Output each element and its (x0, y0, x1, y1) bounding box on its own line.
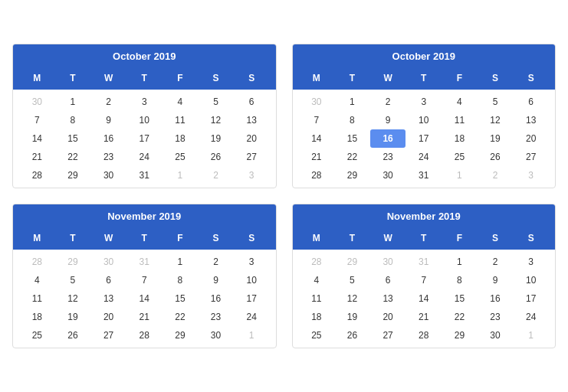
calendar-day[interactable]: 19 (334, 308, 370, 326)
calendar-day[interactable]: 27 (370, 326, 406, 345)
calendar-day[interactable]: 23 (370, 148, 406, 166)
calendar-day[interactable]: 3 (513, 166, 549, 185)
calendar-day[interactable]: 12 (198, 111, 234, 129)
calendar-day[interactable]: 3 (234, 166, 270, 185)
calendar-day[interactable]: 13 (370, 289, 406, 308)
calendar-day[interactable]: 1 (163, 166, 199, 185)
calendar-day[interactable]: 27 (90, 326, 126, 345)
calendar-day[interactable]: 9 (370, 111, 406, 129)
calendar-day[interactable]: 22 (442, 308, 478, 326)
calendar-day[interactable]: 28 (19, 253, 55, 271)
calendar-day[interactable]: 15 (442, 289, 478, 308)
calendar-day[interactable]: 4 (19, 271, 55, 289)
calendar-day[interactable]: 11 (442, 111, 478, 129)
calendar-day[interactable]: 28 (405, 326, 442, 345)
calendar-day[interactable]: 2 (370, 93, 406, 111)
calendar-day[interactable]: 21 (299, 148, 335, 166)
calendar-day[interactable]: 30 (478, 326, 514, 345)
calendar-day[interactable]: 16 (370, 129, 406, 148)
calendar-day[interactable]: 9 (478, 271, 514, 289)
calendar-day[interactable]: 26 (478, 148, 514, 166)
calendar-day[interactable]: 1 (513, 326, 549, 345)
calendar-day[interactable]: 15 (163, 289, 199, 308)
calendar-day[interactable]: 3 (234, 253, 270, 271)
calendar-day[interactable]: 20 (513, 129, 549, 148)
calendar-day[interactable]: 18 (163, 129, 199, 148)
calendar-day[interactable]: 13 (90, 289, 126, 308)
calendar-day[interactable]: 10 (126, 111, 163, 129)
calendar-day[interactable]: 21 (405, 308, 442, 326)
calendar-day[interactable]: 12 (55, 289, 91, 308)
calendar-day[interactable]: 11 (163, 111, 199, 129)
calendar-day[interactable]: 14 (19, 129, 55, 148)
calendar-day[interactable]: 4 (163, 93, 199, 111)
calendar-day[interactable]: 31 (126, 166, 163, 185)
calendar-day[interactable]: 2 (478, 253, 514, 271)
calendar-day[interactable]: 10 (234, 271, 270, 289)
calendar-day[interactable]: 3 (405, 93, 442, 111)
calendar-day[interactable]: 20 (90, 308, 126, 326)
calendar-day[interactable]: 26 (55, 326, 91, 345)
calendar-day[interactable]: 7 (19, 111, 55, 129)
calendar-day[interactable]: 14 (405, 289, 442, 308)
calendar-day[interactable]: 17 (405, 129, 442, 148)
calendar-day[interactable]: 28 (19, 166, 55, 185)
calendar-day[interactable]: 28 (299, 253, 335, 271)
calendar-day[interactable]: 25 (442, 148, 478, 166)
calendar-day[interactable]: 30 (198, 326, 234, 345)
calendar-day[interactable]: 17 (513, 289, 549, 308)
calendar-day[interactable]: 1 (163, 253, 199, 271)
calendar-day[interactable]: 16 (90, 129, 126, 148)
calendar-day[interactable]: 7 (299, 111, 335, 129)
calendar-day[interactable]: 29 (442, 326, 478, 345)
calendar-day[interactable]: 23 (478, 308, 514, 326)
calendar-day[interactable]: 17 (126, 129, 163, 148)
calendar-day[interactable]: 23 (198, 308, 234, 326)
calendar-day[interactable]: 15 (55, 129, 91, 148)
calendar-day[interactable]: 29 (334, 253, 370, 271)
calendar-day[interactable]: 29 (163, 326, 199, 345)
calendar-day[interactable]: 14 (299, 129, 335, 148)
calendar-day[interactable]: 2 (478, 166, 514, 185)
calendar-day[interactable]: 19 (55, 308, 91, 326)
calendar-day[interactable]: 18 (299, 308, 335, 326)
calendar-day[interactable]: 12 (478, 111, 514, 129)
calendar-day[interactable]: 5 (55, 271, 91, 289)
calendar-day[interactable]: 11 (19, 289, 55, 308)
calendar-day[interactable]: 30 (370, 253, 406, 271)
calendar-day[interactable]: 29 (55, 253, 91, 271)
calendar-day[interactable]: 17 (234, 289, 270, 308)
calendar-day[interactable]: 8 (163, 271, 199, 289)
calendar-day[interactable]: 7 (405, 271, 442, 289)
calendar-day[interactable]: 30 (370, 166, 406, 185)
calendar-day[interactable]: 13 (513, 111, 549, 129)
calendar-day[interactable]: 19 (198, 129, 234, 148)
calendar-day[interactable]: 29 (55, 166, 91, 185)
calendar-day[interactable]: 18 (19, 308, 55, 326)
calendar-day[interactable]: 21 (19, 148, 55, 166)
calendar-day[interactable]: 30 (299, 93, 335, 111)
calendar-day[interactable]: 4 (299, 271, 335, 289)
calendar-day[interactable]: 15 (334, 129, 370, 148)
calendar-day[interactable]: 10 (405, 111, 442, 129)
calendar-day[interactable]: 11 (299, 289, 335, 308)
calendar-day[interactable]: 31 (405, 253, 442, 271)
calendar-day[interactable]: 14 (126, 289, 163, 308)
calendar-day[interactable]: 26 (334, 326, 370, 345)
calendar-day[interactable]: 4 (442, 93, 478, 111)
calendar-day[interactable]: 26 (198, 148, 234, 166)
calendar-day[interactable]: 5 (198, 93, 234, 111)
calendar-day[interactable]: 18 (442, 129, 478, 148)
calendar-day[interactable]: 13 (234, 111, 270, 129)
calendar-day[interactable]: 1 (442, 253, 478, 271)
calendar-day[interactable]: 25 (299, 326, 335, 345)
calendar-day[interactable]: 1 (234, 326, 270, 345)
calendar-day[interactable]: 8 (334, 111, 370, 129)
calendar-day[interactable]: 2 (198, 253, 234, 271)
calendar-day[interactable]: 31 (126, 253, 163, 271)
calendar-day[interactable]: 6 (513, 93, 549, 111)
calendar-day[interactable]: 22 (55, 148, 91, 166)
calendar-day[interactable]: 1 (55, 93, 91, 111)
calendar-day[interactable]: 16 (478, 289, 514, 308)
calendar-day[interactable]: 6 (370, 271, 406, 289)
